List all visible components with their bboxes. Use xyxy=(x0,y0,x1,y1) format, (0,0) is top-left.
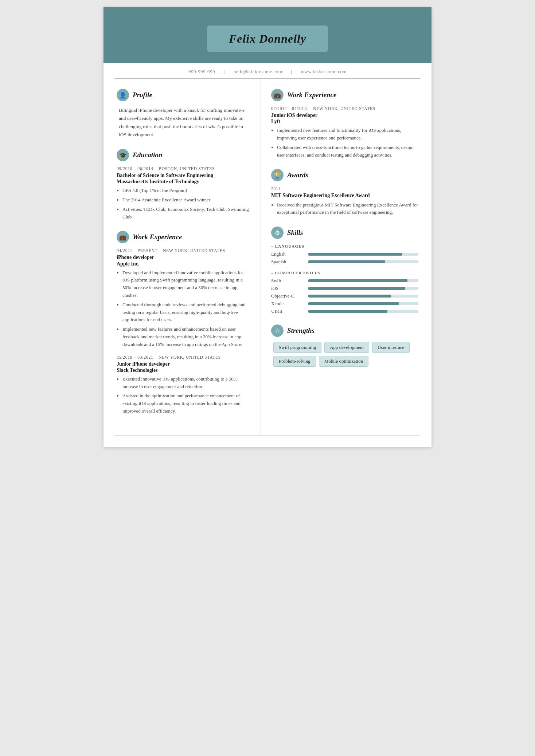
skill-bar-fill-spanish xyxy=(308,260,385,263)
work-right-bullets-0: Implemented new features and functionali… xyxy=(271,127,418,159)
work-left-dates-0: 04/2021 – PRESENT xyxy=(117,248,157,253)
work-right-company-0: Lyft xyxy=(271,119,418,125)
strength-tag-2: User interface xyxy=(372,342,410,353)
skill-bar-bg-swift xyxy=(308,279,418,282)
edu-bullet-0-0: GPA 4.0 (Top 1% of the Program) xyxy=(122,187,250,194)
work-left-meta-1: 05/2018 – 03/2021 NEW YORK, UNITED STATE… xyxy=(117,355,250,359)
work-left-bullet-0-2: Implemented new features and enhancement… xyxy=(122,326,250,348)
email: hello@kickresume.com xyxy=(233,69,282,74)
strength-tag-4: Mobile optimization xyxy=(319,356,369,367)
skills-title: Skills xyxy=(287,229,303,237)
work-left-dates-1: 05/2018 – 03/2021 xyxy=(117,355,153,359)
skill-name-swift: Swift xyxy=(271,278,304,284)
profile-icon: 👤 xyxy=(117,89,129,101)
work-left-jobtitle-1: Junior iPhone developer xyxy=(117,361,250,367)
profile-title: Profile xyxy=(133,91,152,99)
skill-bar-bg-objc xyxy=(308,295,418,298)
award-title-0: MIT Software Engineering Excellence Awar… xyxy=(271,192,418,199)
profile-header: 👤 Profile xyxy=(117,89,250,101)
work-left-icon: 💼 xyxy=(117,231,129,243)
strength-tag-3: Problem-solving xyxy=(273,356,316,367)
name-box: Felix Donnelly xyxy=(207,25,328,52)
skill-bar-bg-ios xyxy=(308,287,418,290)
work-exp-left-section: 💼 Work Experience 04/2021 – PRESENT NEW … xyxy=(117,231,250,415)
strength-tag-0: Swift programming xyxy=(273,342,321,353)
edu-meta-0: 09/2010 – 06/2014 BOSTON, UNITED STATES xyxy=(117,166,250,171)
work-right-entry-0: 07/2014 – 04/2018 NEW YORK, UNITED STATE… xyxy=(271,106,418,159)
skill-bar-bg-spanish xyxy=(308,260,418,263)
work-left-loc-1: NEW YORK, UNITED STATES xyxy=(159,355,221,359)
skills-header: ⚙ Skills xyxy=(271,227,418,239)
resume-page: Felix Donnelly 999-999-999 | hello@kickr… xyxy=(104,7,431,447)
work-left-header: 💼 Work Experience xyxy=(117,231,250,243)
awards-icon: 🏆 xyxy=(271,169,284,181)
work-left-company-1: Slack Technologies xyxy=(117,367,250,373)
work-left-jobtitle-0: iPhone developer xyxy=(117,254,250,261)
work-right-header: 💼 Work Experience xyxy=(271,89,418,101)
skill-bar-fill-objc xyxy=(308,295,391,298)
edu-degree-0: Bachelor of Science in Software Engineer… xyxy=(117,172,250,179)
footer-space xyxy=(104,436,431,447)
edu-school-0: Massachusetts Institute of Technology xyxy=(117,179,250,185)
skill-row-xcode: Xcode xyxy=(271,301,418,307)
skills-section: ⚙ Skills – LANGUAGES English Spanish xyxy=(271,227,418,314)
comp-label: – COMPUTER SKILLS xyxy=(271,271,418,275)
profile-text: Bilingual iPhone developer with a knack … xyxy=(117,106,250,139)
work-left-bullets-0: Developed and implemented innovative mob… xyxy=(117,269,250,349)
divider1: | xyxy=(224,69,225,74)
edu-dates-0: 09/2010 – 06/2014 xyxy=(117,166,153,171)
work-right-jobtitle-0: Junior iOS developer xyxy=(271,112,418,119)
contact-info: 999-999-999 | hello@kickresume.com | www… xyxy=(104,63,431,78)
work-right-icon: 💼 xyxy=(271,89,284,101)
profile-section: 👤 Profile Bilingual iPhone developer wit… xyxy=(117,89,250,139)
edu-location-0: BOSTON, UNITED STATES xyxy=(159,166,215,171)
strengths-header: ☆ Strengths xyxy=(271,324,418,337)
skill-row-ios: iOS xyxy=(271,286,418,291)
work-left-bullet-1-0: Executed innovative iOS applications, co… xyxy=(122,375,250,391)
edu-bullet-0-1: The 2014 Academic Excellence Award winne… xyxy=(122,196,250,204)
awards-entry-0: 2014 MIT Software Engineering Excellence… xyxy=(271,186,418,216)
work-left-bullet-0-1: Conducted thorough code reviews and perf… xyxy=(122,301,250,324)
work-left-loc-0: NEW YORK, UNITED STATES xyxy=(163,248,225,253)
right-column: 💼 Work Experience 07/2014 – 04/2018 NEW … xyxy=(261,79,431,436)
skills-languages: – LANGUAGES English Spanish xyxy=(271,244,418,265)
body-content: 👤 Profile Bilingual iPhone developer wit… xyxy=(104,79,431,436)
award-year-0: 2014 xyxy=(271,186,418,191)
skill-bar-fill-ios xyxy=(308,287,405,290)
skill-name-spanish: Spanish xyxy=(271,259,304,265)
candidate-name: Felix Donnelly xyxy=(229,32,306,46)
work-right-meta-0: 07/2014 – 04/2018 NEW YORK, UNITED STATE… xyxy=(271,106,418,111)
work-right-bullet-0-1: Collaborated with cross-functional teams… xyxy=(277,144,418,159)
skill-bar-bg-xcode xyxy=(308,302,418,305)
work-right-title: Work Experience xyxy=(287,91,336,99)
skill-bar-bg-english xyxy=(308,253,418,256)
education-section: 🎓 Education 09/2010 – 06/2014 BOSTON, UN… xyxy=(117,149,250,221)
work-left-company-0: Apple Inc. xyxy=(117,261,250,267)
awards-section: 🏆 Awards 2014 MIT Software Engineering E… xyxy=(271,169,418,216)
website: www.kickresume.com xyxy=(301,69,347,74)
left-column: 👤 Profile Bilingual iPhone developer wit… xyxy=(104,79,261,436)
work-left-bullet-1-1: Assisted in the optimization and perform… xyxy=(122,392,250,415)
skill-bar-fill-xcode xyxy=(308,302,399,305)
awards-header: 🏆 Awards xyxy=(271,169,418,181)
skills-computer: – COMPUTER SKILLS Swift iOS xyxy=(271,271,418,314)
skill-row-spanish: Spanish xyxy=(271,259,418,265)
education-title: Education xyxy=(133,151,162,159)
strengths-grid: Swift programming App development User i… xyxy=(271,342,418,367)
strengths-icon: ☆ xyxy=(271,324,284,337)
award-bullets-0: Received the prestigious MIT Software En… xyxy=(271,201,418,217)
skill-row-english: English xyxy=(271,251,418,257)
award-bullet-0-0: Received the prestigious MIT Software En… xyxy=(277,201,418,217)
work-left-bullets-1: Executed innovative iOS applications, co… xyxy=(117,375,250,415)
work-left-bullet-0-0: Developed and implemented innovative mob… xyxy=(122,269,250,299)
skill-bar-bg-uikit xyxy=(308,310,418,313)
work-right-dates-0: 07/2014 – 04/2018 xyxy=(271,106,308,111)
lang-label: – LANGUAGES xyxy=(271,244,418,248)
phone: 999-999-999 xyxy=(188,69,215,74)
header-name-section: Felix Donnelly xyxy=(104,29,431,63)
work-left-meta-0: 04/2021 – PRESENT NEW YORK, UNITED STATE… xyxy=(117,248,250,253)
skill-row-uikit: UIKit xyxy=(271,308,418,314)
strengths-title: Strengths xyxy=(287,327,315,335)
education-entry-0: 09/2010 – 06/2014 BOSTON, UNITED STATES … xyxy=(117,166,250,221)
work-right-bullet-0-0: Implemented new features and functionali… xyxy=(277,127,418,142)
